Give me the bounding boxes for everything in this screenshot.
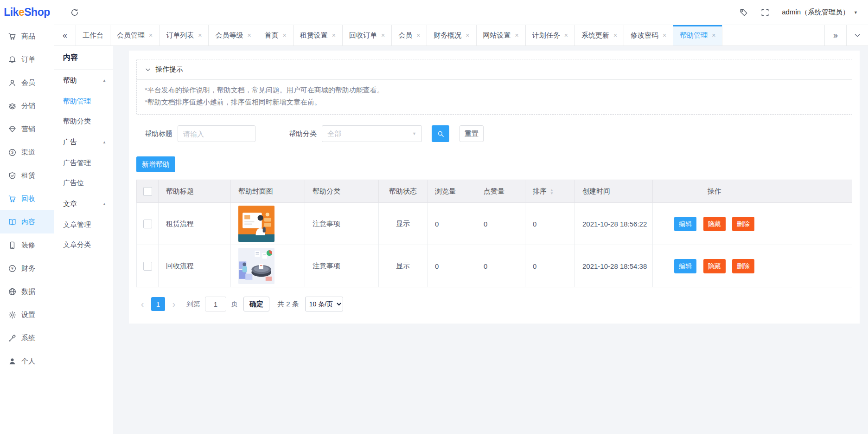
refresh-icon[interactable] [70,8,79,17]
edit-button[interactable]: 编辑 [674,259,696,273]
sidebar-item-rental[interactable]: 租赁 [0,164,54,187]
tab-home[interactable]: 首页× [258,25,294,45]
tab-finance-overview[interactable]: 财务概况× [427,25,476,45]
delete-button[interactable]: 删除 [732,259,754,273]
close-icon[interactable]: × [247,32,251,39]
tab-label: 首页 [265,31,279,40]
sidebar-item-profile[interactable]: 个人 [0,350,54,373]
row-checkbox[interactable] [143,262,152,271]
sidebar-item-distribution[interactable]: 分销 [0,94,54,117]
menu-item-ad-position[interactable]: 广告位 [54,173,113,193]
select-all-checkbox[interactable] [143,187,152,196]
menu-item-help-category[interactable]: 帮助分类 [54,111,113,131]
tab-label: 订单列表 [166,31,194,40]
tabs-collapse-button[interactable]: « [54,25,76,45]
rental-flow-cover-image [238,206,274,242]
close-icon[interactable]: × [663,32,666,39]
col-header-created: 创建时间 [575,180,653,203]
sidebar-item-decoration[interactable]: 装修 [0,233,54,257]
menu-group-ads[interactable]: 广告 ▲ [54,131,113,153]
help-title-input[interactable] [178,125,255,142]
sidebar-item-system[interactable]: 系统 [0,326,54,350]
prev-page-icon[interactable]: ‹ [136,299,148,310]
close-icon[interactable]: × [198,32,202,39]
tab-change-password[interactable]: 修改密码× [624,25,673,45]
close-icon[interactable]: × [712,32,715,39]
tab-rental-settings[interactable]: 租赁设置× [294,25,343,45]
close-icon[interactable]: × [564,32,568,39]
tips-line: *平台发布的操作说明，帮助文档，常见问题。用户可在商城的帮助功能查看。 [145,84,844,96]
tab-member-manage[interactable]: 会员管理× [110,25,160,45]
filter-row: 帮助标题 帮助分类 全部 ▼ 重置 [136,125,852,142]
sidebar-item-content[interactable]: 内容 [0,210,54,233]
close-icon[interactable]: × [466,32,469,39]
goto-suffix: 页 [231,300,238,309]
tag-icon[interactable] [739,8,748,17]
tab-site-settings[interactable]: 网站设置× [477,25,526,45]
sort-icons[interactable]: ▲▼ [550,188,554,195]
primary-nav: 商品 订单 会员 分销 营销 $ 渠道 [0,25,54,373]
cell-likes: 0 [476,245,525,287]
sidebar-item-label: 回收 [21,194,35,203]
sidebar-item-members[interactable]: 会员 [0,71,54,94]
fullscreen-icon[interactable] [760,8,770,17]
sidebar-item-settings[interactable]: 设置 [0,303,54,326]
tips-header[interactable]: 操作提示 [137,59,852,80]
tabs-menu-button[interactable] [846,25,868,45]
page-number[interactable]: 1 [151,297,165,311]
close-icon[interactable]: × [416,32,420,39]
gear-icon [8,311,17,319]
goto-confirm-button[interactable]: 确定 [243,297,269,311]
reset-button[interactable]: 重置 [460,125,484,142]
page-size-select[interactable]: 10 条/页 [305,297,343,311]
menu-item-article-category[interactable]: 文章分类 [54,235,113,255]
search-button[interactable] [432,125,449,142]
hide-button[interactable]: 隐藏 [703,259,726,273]
sidebar-item-data[interactable]: 数据 [0,280,54,303]
menu-item-article-manage[interactable]: 文章管理 [54,215,113,235]
tab-system-update[interactable]: 系统更新× [575,25,624,45]
delete-button[interactable]: 删除 [732,217,754,231]
menu-group-articles[interactable]: 文章 ▲ [54,193,113,215]
user-menu[interactable]: admin（系统管理员） ▼ [782,8,858,17]
primary-sidebar: LikeShop 商品 订单 会员 分销 营销 [0,0,54,434]
add-help-button[interactable]: 新增帮助 [136,156,175,172]
close-icon[interactable]: × [332,32,336,39]
tab-recycle-orders[interactable]: 回收订单× [343,25,392,45]
sidebar-item-goods[interactable]: 商品 [0,25,54,48]
row-checkbox[interactable] [143,220,152,228]
tab-label: 修改密码 [631,31,658,40]
goto-page-input[interactable] [205,297,226,311]
close-icon[interactable]: × [515,32,519,39]
close-icon[interactable]: × [283,32,287,39]
double-chevron-left-icon: « [63,31,67,40]
sidebar-item-orders[interactable]: 订单 [0,48,54,71]
sidebar-item-recycle[interactable]: 回收 [0,187,54,210]
close-icon[interactable]: × [149,32,153,39]
menu-item-ad-manage[interactable]: 广告管理 [54,153,113,173]
menu-item-help-manage[interactable]: 帮助管理 [54,91,113,111]
chevron-down-icon [854,32,861,39]
menu-group-help[interactable]: 帮助 ▲ [54,70,113,91]
help-category-select[interactable]: 全部 ▼ [322,125,422,142]
tabs-expand-button[interactable]: » [824,25,846,45]
tab-member-level[interactable]: 会员等级× [209,25,258,45]
tab-member[interactable]: 会员× [392,25,427,45]
sidebar-item-finance[interactable]: ¥ 财务 [0,257,54,280]
sidebar-item-marketing[interactable]: 营销 [0,117,54,141]
cell-cover [231,245,305,287]
sidebar-item-channel[interactable]: $ 渠道 [0,141,54,164]
next-page-icon[interactable]: › [168,299,180,310]
close-icon[interactable]: × [613,32,617,39]
hide-button[interactable]: 隐藏 [703,217,726,231]
logo: LikeShop [0,0,54,25]
close-icon[interactable]: × [381,32,385,39]
edit-button[interactable]: 编辑 [674,217,696,231]
tab-workbench[interactable]: 工作台 [76,25,110,45]
tab-cron-tasks[interactable]: 计划任务× [526,25,575,45]
tab-order-list[interactable]: 订单列表× [160,25,209,45]
tab-help-manage[interactable]: 帮助管理× [673,25,722,45]
tab-label: 会员管理 [117,31,145,40]
col-header-sort[interactable]: 排序▲▼ [525,180,575,203]
sidebar-item-label: 分销 [21,102,35,110]
